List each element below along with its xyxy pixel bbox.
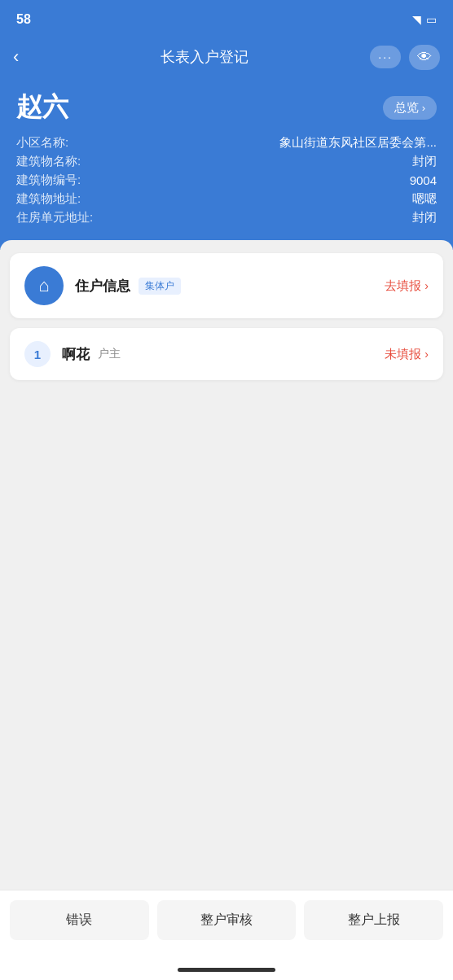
housing-title: 住户信息	[75, 277, 130, 295]
unfilled-status[interactable]: 未填报	[385, 347, 421, 362]
info-rows: 小区名称: 象山街道东风社区居委会第... 建筑物名称: 封闭 建筑物编号: 9…	[16, 135, 437, 225]
housing-action[interactable]: 去填报 ›	[385, 278, 429, 294]
resident-action[interactable]: 未填报 ›	[385, 347, 429, 362]
home-indicator	[0, 963, 453, 980]
overview-label: 总览	[394, 100, 419, 116]
status-icons: ◥ ▭	[412, 13, 437, 26]
status-bar: 58 ◥ ▭	[0, 0, 453, 36]
face-scan-button[interactable]: 👁	[409, 45, 440, 70]
info-section: 赵六 总览 › 小区名称: 象山街道东风社区居委会第... 建筑物名称: 封闭 …	[0, 81, 453, 250]
building-num-value: 9004	[410, 173, 437, 187]
more-options-button[interactable]: ···	[370, 46, 401, 68]
info-row-unit-addr: 住房单元地址: 封闭	[16, 210, 437, 225]
person-name-row: 赵六 总览 ›	[16, 90, 437, 125]
fill-report-chevron-icon: ›	[424, 279, 429, 292]
home-bar	[178, 968, 275, 972]
person-name: 赵六	[16, 90, 68, 125]
info-row-community: 小区名称: 象山街道东风社区居委会第...	[16, 135, 437, 151]
back-button[interactable]: ‹	[13, 46, 39, 68]
header-actions: ··· 👁	[370, 45, 440, 70]
unit-addr-value: 封闭	[412, 210, 437, 225]
info-row-building-addr: 建筑物地址: 嗯嗯	[16, 191, 437, 207]
signal-icon: ◥	[412, 13, 421, 26]
bottom-actions: 错误 整户审核 整户上报	[0, 890, 453, 963]
resident-card-inner: 1 啊花 户主 未填报 ›	[10, 328, 443, 380]
review-button[interactable]: 整户审核	[157, 900, 297, 940]
report-button[interactable]: 整户上报	[304, 900, 443, 940]
info-row-building-name: 建筑物名称: 封闭	[16, 154, 437, 169]
building-addr-label: 建筑物地址:	[16, 191, 81, 207]
header: ‹ 长表入户登记 ··· 👁	[0, 36, 453, 81]
community-label: 小区名称:	[16, 135, 68, 151]
community-value: 象山街道东风社区居委会第...	[279, 135, 437, 151]
housing-icon-wrap: ⌂	[24, 266, 64, 305]
fill-report-link[interactable]: 去填报	[385, 278, 421, 294]
page-title: 长表入户登记	[39, 47, 370, 67]
resident-info: 啊花 户主	[62, 345, 373, 364]
building-num-label: 建筑物编号:	[16, 173, 81, 188]
building-name-value: 封闭	[412, 154, 437, 169]
housing-card[interactable]: ⌂ 住户信息 集体户 去填报 ›	[10, 253, 443, 318]
building-name-label: 建筑物名称:	[16, 154, 81, 169]
overview-chevron-icon: ›	[422, 102, 425, 114]
battery-icon: ▭	[426, 13, 437, 26]
housing-info: 住户信息 集体户	[75, 277, 373, 295]
status-time: 58	[16, 12, 31, 27]
resident-name: 啊花	[62, 345, 90, 364]
housing-card-inner: ⌂ 住户信息 集体户 去填报 ›	[10, 253, 443, 318]
resident-chevron-icon: ›	[424, 348, 429, 361]
error-button[interactable]: 错误	[10, 900, 149, 940]
cards-section: ⌂ 住户信息 集体户 去填报 › 1 啊花 户主 未填报 ›	[0, 240, 453, 641]
face-icon: 👁	[417, 49, 432, 66]
unit-addr-label: 住房单元地址:	[16, 210, 93, 225]
resident-role: 户主	[98, 347, 121, 361]
overview-button[interactable]: 总览 ›	[383, 96, 437, 120]
resident-number: 1	[24, 341, 51, 367]
resident-card[interactable]: 1 啊花 户主 未填报 ›	[10, 328, 443, 380]
home-icon: ⌂	[38, 275, 49, 296]
housing-tag: 集体户	[139, 278, 181, 295]
info-row-building-num: 建筑物编号: 9004	[16, 173, 437, 188]
building-addr-value: 嗯嗯	[412, 191, 437, 207]
